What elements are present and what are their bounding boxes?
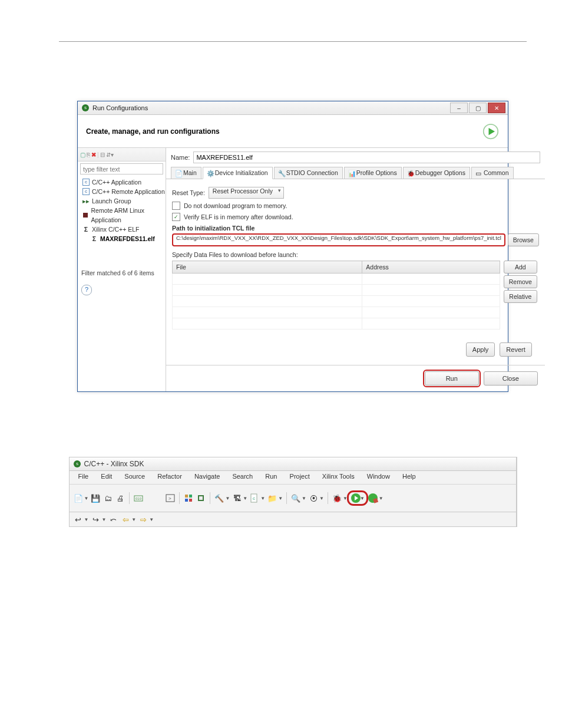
filter-input[interactable] bbox=[80, 163, 163, 174]
tree-item[interactable]: C/C++ Application bbox=[92, 177, 141, 187]
toggle-bp-icon[interactable]: ⦿ bbox=[308, 493, 319, 503]
chevron-down-icon[interactable]: ▼ bbox=[302, 496, 306, 501]
duplicate-config-icon[interactable]: ⎘ bbox=[87, 151, 90, 158]
tab-profile-options[interactable]: 📊Profile Options bbox=[344, 167, 402, 179]
run-configurations-dialog: S Run Configurations – ▢ ✕ Create, manag… bbox=[77, 101, 508, 392]
apply-button[interactable]: Apply bbox=[466, 342, 495, 357]
tree-item[interactable]: Launch Group bbox=[92, 196, 131, 206]
svg-rect-13 bbox=[189, 499, 192, 502]
help-icon[interactable]: ? bbox=[81, 285, 92, 295]
data-files-table[interactable]: File Address bbox=[172, 261, 500, 330]
menu-project[interactable]: Project bbox=[285, 472, 315, 481]
maximize-button[interactable]: ▢ bbox=[469, 103, 487, 113]
relative-button[interactable]: Relative bbox=[504, 290, 537, 303]
tree-item-selected[interactable]: MAXREFDES11.elf bbox=[100, 234, 155, 243]
svg-text:S: S bbox=[75, 462, 78, 466]
cb-verify-elf[interactable] bbox=[172, 213, 180, 221]
sdk-main-window: S C/C++ - Xilinx SDK File Edit Source Re… bbox=[69, 457, 517, 527]
sdk-logo-icon: S bbox=[73, 460, 81, 468]
run-button[interactable]: Run bbox=[425, 371, 479, 386]
print-icon[interactable]: 🖨 bbox=[115, 493, 125, 503]
chevron-down-icon[interactable]: ▼ bbox=[319, 496, 324, 501]
menu-navigate[interactable]: Navigate bbox=[189, 472, 225, 481]
chevron-down-icon[interactable]: ▼ bbox=[225, 496, 230, 501]
dialog-title: Run Configurations bbox=[92, 104, 148, 111]
menu-source[interactable]: Source bbox=[119, 472, 150, 481]
filter-icon[interactable]: ⇵▾ bbox=[106, 151, 114, 158]
config-tree-pane: ▢ ⎘ ✖ | ⊟ ⇵▾ cC/C++ Application cC/C++ R… bbox=[78, 148, 166, 391]
revert-button[interactable]: Revert bbox=[500, 342, 531, 357]
tree-item[interactable]: C/C++ Remote Application bbox=[92, 187, 165, 196]
binary-icon[interactable]: 010 bbox=[133, 493, 144, 503]
new-c-file-icon[interactable]: c bbox=[249, 493, 260, 503]
window-titlebar: S C/C++ - Xilinx SDK bbox=[69, 457, 517, 470]
dialog-titlebar: S Run Configurations – ▢ ✕ bbox=[78, 101, 508, 115]
menu-edit[interactable]: Edit bbox=[95, 472, 117, 481]
cb-do-not-download[interactable] bbox=[172, 202, 180, 210]
add-button[interactable]: Add bbox=[504, 261, 537, 274]
config-tree[interactable]: cC/C++ Application cC/C++ Remote Applica… bbox=[78, 176, 166, 267]
chevron-down-icon[interactable]: ▼ bbox=[278, 496, 283, 501]
menu-run[interactable]: Run bbox=[260, 472, 282, 481]
delete-config-icon[interactable]: ✖ bbox=[91, 151, 96, 158]
tab-main[interactable]: 📄Main bbox=[171, 167, 201, 179]
col-address[interactable]: Address bbox=[362, 261, 500, 274]
menu-help[interactable]: Help bbox=[397, 472, 421, 481]
col-file[interactable]: File bbox=[173, 261, 362, 274]
last-edit-icon[interactable]: ↩ bbox=[73, 514, 84, 525]
program-fpga-icon[interactable] bbox=[183, 493, 194, 503]
chip-icon[interactable] bbox=[196, 493, 206, 503]
menu-window[interactable]: Window bbox=[362, 472, 395, 481]
tree-item[interactable]: Xilinx C/C++ ELF bbox=[92, 225, 140, 234]
device-init-panel: Reset Type: Reset Processor Only Do not … bbox=[166, 179, 545, 359]
external-tools-icon[interactable] bbox=[368, 493, 378, 503]
chevron-down-icon[interactable]: ▼ bbox=[260, 496, 265, 501]
cb-do-not-download-label: Do not download program to memory. bbox=[184, 202, 287, 209]
minimize-button[interactable]: – bbox=[450, 103, 468, 113]
new-config-icon[interactable]: ▢ bbox=[80, 151, 85, 158]
chevron-down-icon[interactable]: ▼ bbox=[343, 496, 348, 501]
menu-search[interactable]: Search bbox=[227, 472, 258, 481]
tab-common[interactable]: ▭Common bbox=[471, 167, 514, 179]
remove-button[interactable]: Remove bbox=[504, 275, 537, 288]
reset-type-select[interactable]: Reset Processor Only bbox=[209, 187, 284, 199]
close-dialog-button[interactable]: Close bbox=[484, 371, 538, 386]
tree-toolbar: ▢ ⎘ ✖ | ⊟ ⇵▾ bbox=[78, 148, 166, 162]
menu-refactor[interactable]: Refactor bbox=[152, 472, 187, 481]
tcl-path-input[interactable]: C:\design\maxim\RDX_VXX_XX\RDX_ZED_VXX_X… bbox=[172, 233, 505, 246]
main-menu[interactable]: File Edit Source Refactor Navigate Searc… bbox=[69, 470, 517, 485]
forward-icon[interactable]: ⇨ bbox=[138, 514, 148, 525]
svg-rect-10 bbox=[185, 495, 188, 498]
back-icon[interactable]: ⇦ bbox=[120, 514, 131, 525]
search-icon[interactable]: 🔍 bbox=[290, 493, 301, 503]
tab-debugger-options[interactable]: 🐞Debugger Options bbox=[403, 167, 470, 179]
terminal-icon[interactable]: > bbox=[165, 493, 176, 503]
new-icon[interactable]: 📄 bbox=[73, 493, 84, 503]
chevron-down-icon[interactable]: ▼ bbox=[84, 496, 89, 501]
close-button[interactable]: ✕ bbox=[488, 103, 505, 113]
save-all-icon[interactable]: 🗂 bbox=[103, 493, 113, 503]
window-title: C/C++ - Xilinx SDK bbox=[84, 460, 144, 468]
tab-stdio-connection[interactable]: 🔧STDIO Connection bbox=[274, 167, 343, 179]
prev-annotation-icon[interactable]: ⤺ bbox=[108, 514, 118, 525]
menu-xilinx-tools[interactable]: Xilinx Tools bbox=[317, 472, 360, 481]
collapse-all-icon[interactable]: ⊟ bbox=[100, 151, 105, 158]
toggle-mark-icon[interactable]: ↪ bbox=[90, 514, 101, 525]
build-all-icon[interactable]: 🏗 bbox=[232, 493, 242, 503]
chevron-down-icon[interactable]: ▼ bbox=[379, 496, 384, 501]
debug-icon[interactable]: 🐞 bbox=[332, 493, 342, 503]
save-icon[interactable]: 💾 bbox=[90, 493, 101, 503]
menu-file[interactable]: File bbox=[73, 472, 94, 481]
svg-rect-11 bbox=[189, 495, 192, 498]
nav-toolbar: ↩▼ ↪▼ ⤺ ⇦▼ ⇨▼ bbox=[69, 512, 517, 527]
name-input[interactable] bbox=[193, 151, 540, 163]
chevron-down-icon[interactable]: ▼ bbox=[360, 496, 365, 501]
new-folder-icon[interactable]: 📁 bbox=[267, 493, 277, 503]
svg-marker-3 bbox=[489, 127, 495, 134]
main-toolbar: 📄▼ 💾 🗂 🖨 010 > 🔨▼ 🏗▼ c ▼ bbox=[69, 485, 517, 512]
tree-item[interactable]: Remote ARM Linux Application bbox=[91, 206, 166, 225]
build-icon[interactable]: 🔨 bbox=[214, 493, 224, 503]
chevron-down-icon[interactable]: ▼ bbox=[243, 496, 247, 501]
browse-button[interactable]: Browse bbox=[508, 233, 539, 246]
tab-device-initialization[interactable]: ⚙️Device Initialization bbox=[203, 167, 273, 179]
